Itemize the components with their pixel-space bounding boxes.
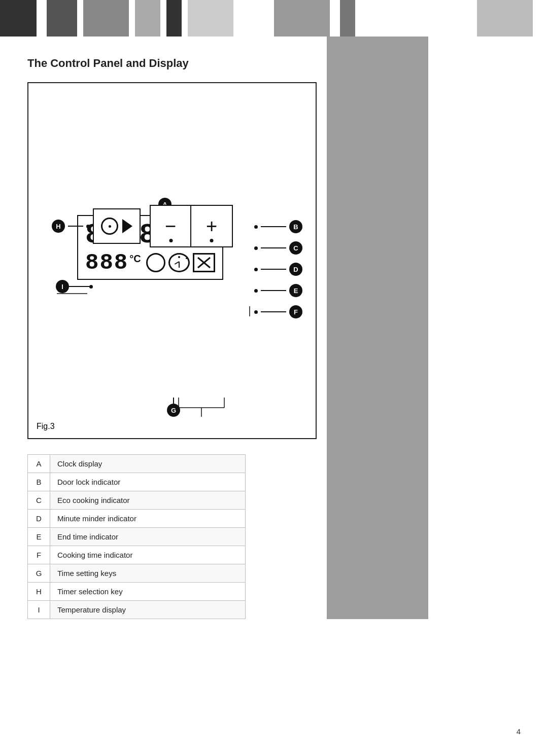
table-row: ITemperature display: [28, 601, 246, 619]
bar-seg-12: [233, 0, 274, 37]
table-label: C: [28, 491, 50, 510]
d-line: [261, 269, 286, 270]
display-bottom-row: 888 °C: [85, 251, 215, 274]
x-icon-svg: [196, 256, 212, 270]
minus-dot: [169, 239, 173, 242]
table-description: Door lock indicator: [50, 473, 246, 491]
deg-c: °C: [129, 254, 141, 264]
bar-seg-17: [477, 0, 533, 37]
fig-caption: Fig.3: [37, 422, 307, 431]
bar-seg-15: [340, 0, 355, 37]
table-label: A: [28, 455, 50, 473]
table-label: B: [28, 473, 50, 491]
temp-display: 888: [85, 251, 128, 274]
page-number: 4: [517, 727, 521, 736]
e-dot: [254, 289, 258, 293]
table-label: E: [28, 528, 50, 546]
top-color-bar: [0, 0, 548, 37]
bar-seg-18: [533, 0, 548, 37]
bar-seg-3: [47, 0, 77, 37]
buttons-row: H: [52, 205, 307, 247]
h-dot: [86, 225, 90, 228]
timer-circle: [101, 218, 118, 235]
badge-i: I: [56, 280, 69, 293]
x-icon: [193, 253, 215, 272]
label-e-group: E: [254, 284, 302, 297]
table-row: HTimer selection key: [28, 583, 246, 601]
table-row: DMinute minder indicator: [28, 510, 246, 528]
table-label: I: [28, 601, 50, 619]
left-column: The Control Panel and Display: [27, 52, 327, 619]
table-description: Eco cooking indicator: [50, 491, 246, 510]
timer-hand1: [179, 262, 180, 268]
table-description: Timer selection key: [50, 583, 246, 601]
f-dot: [254, 310, 258, 314]
table-row: CEco cooking indicator: [28, 491, 246, 510]
f-line: [261, 311, 286, 312]
table-description: End time indicator: [50, 528, 246, 546]
table-label: F: [28, 546, 50, 564]
page-content: The Control Panel and Display: [0, 37, 548, 619]
e-line: [261, 290, 286, 291]
circle-icon: [146, 253, 165, 272]
table-label: H: [28, 583, 50, 601]
bar-seg-2: [37, 0, 47, 37]
timer-dot-right: [186, 258, 187, 259]
label-d-group: D: [254, 263, 302, 276]
table-label: G: [28, 564, 50, 583]
timer-btn-group: H: [52, 208, 141, 244]
table-description: Cooking time indicator: [50, 546, 246, 564]
bar-seg-14: [330, 0, 340, 37]
bar-seg-7: [135, 0, 160, 37]
table-description: Minute minder indicator: [50, 510, 246, 528]
info-table: AClock displayBDoor lock indicatorCEco c…: [27, 454, 246, 619]
bar-seg-11: [188, 0, 233, 37]
badge-e: E: [289, 284, 302, 297]
bar-seg-4: [77, 0, 83, 37]
table-description: Temperature display: [50, 601, 246, 619]
badge-h: H: [52, 220, 65, 233]
table-row: GTime setting keys: [28, 564, 246, 583]
c-line: [261, 247, 286, 248]
right-sidebar: [327, 37, 428, 619]
badge-i-group: I: [56, 280, 93, 293]
timer-selection-button[interactable]: [93, 208, 141, 244]
table-label: D: [28, 510, 50, 528]
timer-dot-top: [178, 256, 180, 258]
badge-f: F: [289, 305, 302, 318]
table-row: AClock display: [28, 455, 246, 473]
d-dot: [254, 268, 258, 271]
h-line: [68, 226, 83, 227]
minus-plus-group: − +: [150, 205, 233, 247]
bar-seg-6: [129, 0, 135, 37]
bar-seg-10: [182, 0, 188, 37]
bar-seg-5: [83, 0, 129, 37]
timer-center-dot: [109, 225, 111, 228]
diagram-box: A 88:88 🔒 ECO 888 °C: [27, 82, 317, 439]
bar-seg-8: [160, 0, 166, 37]
bar-seg-9: [166, 0, 182, 37]
arrow-right-icon: [122, 219, 132, 233]
bar-seg-13: [274, 0, 330, 37]
page-title: The Control Panel and Display: [27, 57, 317, 70]
bar-seg-16: [355, 0, 477, 37]
label-f-group: F: [254, 305, 302, 318]
table-description: Time setting keys: [50, 564, 246, 583]
i-dot: [89, 285, 93, 289]
table-row: BDoor lock indicator: [28, 473, 246, 491]
badge-g: G: [167, 404, 180, 417]
bar-seg-1: [0, 0, 37, 37]
h-badge-group: H: [52, 220, 90, 233]
table-row: EEnd time indicator: [28, 528, 246, 546]
plus-dot: [210, 239, 214, 242]
g-line-up: [173, 398, 174, 404]
timer-face-icon: [168, 253, 190, 272]
table-description: Clock display: [50, 455, 246, 473]
i-line: [69, 286, 89, 287]
table-row: FCooking time indicator: [28, 546, 246, 564]
g-label-group: G: [167, 398, 180, 417]
badge-d: D: [289, 263, 302, 276]
